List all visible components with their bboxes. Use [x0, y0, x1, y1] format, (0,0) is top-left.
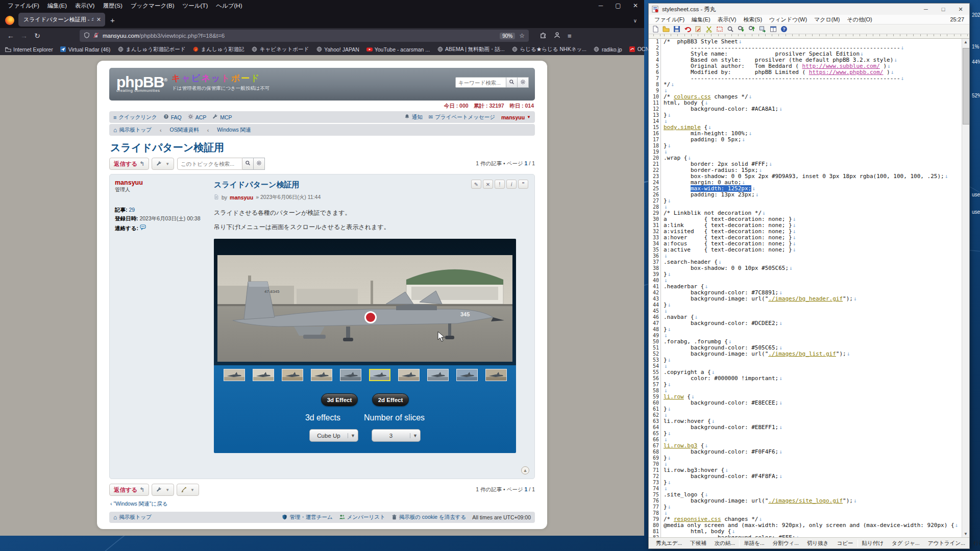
browser-menu-履歴(S)[interactable]: 履歴(S)	[99, 1, 126, 11]
contact-message-icon[interactable]	[140, 225, 146, 231]
extensions-icon[interactable]	[540, 31, 547, 40]
scroll-up-arrow[interactable]: ▲	[962, 40, 969, 44]
bookmark-item[interactable]: まんしゅう彩遊記	[193, 46, 244, 53]
editor-menu-表示(V)[interactable]: 表示(V)	[714, 16, 740, 23]
post-info-button[interactable]: i	[506, 180, 517, 189]
slideshow-thumbnail-2[interactable]	[253, 369, 274, 381]
editor-menu-ファイル(F)[interactable]: ファイル(F)	[651, 16, 688, 23]
author-name[interactable]: mansyuu	[115, 179, 209, 186]
browser-menu-表示(V)[interactable]: 表示(V)	[71, 1, 98, 11]
topic-search-input[interactable]	[177, 158, 242, 170]
bookmark-item[interactable]: Yahoo! JAPAN	[316, 46, 359, 53]
search-icon[interactable]	[726, 26, 734, 33]
reply-button[interactable]: 返信する↰	[109, 158, 149, 170]
footer-board-top-link[interactable]: ⌂掲示板トップ	[113, 514, 152, 521]
tracking-shield-icon[interactable]	[84, 32, 90, 39]
tab-close-icon[interactable]: ✕	[96, 16, 101, 23]
slideshow-thumbnail-6[interactable]	[369, 369, 390, 381]
status-segment[interactable]: タグ ジャ...	[888, 540, 924, 547]
private-messages-link[interactable]: ✉プライベートメッセージ	[429, 114, 495, 121]
cut-scissors-icon[interactable]	[705, 26, 713, 33]
slideshow-thumbnail-4[interactable]	[311, 369, 332, 381]
topic-search-advanced-button[interactable]	[254, 158, 265, 170]
aircraft-photo[interactable]: 345 47-8345	[217, 255, 512, 362]
byline-author[interactable]: mansyuu	[230, 194, 253, 201]
delete-cookies-link[interactable]: 掲示板の cookie を消去する	[391, 514, 467, 521]
back-to-top-button[interactable]: ▲	[521, 466, 529, 474]
delete-post-button[interactable]: ✕	[483, 180, 493, 189]
slices-select[interactable]: 3 ▼	[372, 429, 421, 442]
editor-menu-ウィンドウ(W)[interactable]: ウィンドウ(W)	[766, 16, 811, 23]
browser-menu-ブックマーク(B)[interactable]: ブックマーク(B)	[127, 1, 178, 11]
editor-menu-検索(S)[interactable]: 検索(S)	[740, 16, 766, 23]
member-list-link[interactable]: メンバーリスト	[339, 514, 385, 521]
search-down-icon[interactable]	[737, 26, 745, 33]
user-menu[interactable]: mansyuu▼	[501, 114, 531, 120]
breadcrumb-subforum[interactable]: Windows 関連	[217, 127, 251, 134]
topic-tools-button[interactable]: ▼	[152, 158, 174, 170]
reload-button[interactable]: ↻	[32, 32, 43, 40]
next-window-icon[interactable]	[758, 26, 767, 33]
bookmark-item[interactable]: ABEMA | 無料動画・話...	[437, 46, 505, 53]
slideshow-thumbnail-5[interactable]	[340, 369, 361, 381]
browser-minimize-button[interactable]: ─	[592, 2, 609, 9]
status-segment[interactable]: 切り抜き	[803, 540, 833, 547]
bookmark-star-icon[interactable]: ☆	[519, 32, 525, 39]
back-button[interactable]: ←	[5, 32, 16, 40]
reply-button-bottom[interactable]: 返信する↰	[109, 484, 149, 496]
topic-title[interactable]: スライドパターン検証用	[110, 141, 535, 155]
slideshow-thumbnail-10[interactable]	[485, 369, 507, 381]
split-window-icon[interactable]	[769, 26, 777, 33]
topic-tools-button-bottom[interactable]: ▼	[152, 484, 174, 496]
editor-menu-その他(O)[interactable]: その他(O)	[843, 16, 875, 23]
acp-link[interactable]: ACP	[188, 114, 207, 120]
browser-close-button[interactable]: ✕	[627, 2, 644, 9]
breadcrumb-board-top[interactable]: ⌂掲示板トップ	[113, 127, 152, 134]
search-up-icon[interactable]	[748, 26, 756, 33]
editor-close-button[interactable]: ✕	[952, 6, 969, 13]
status-segment[interactable]: 秀丸エデ...	[652, 540, 686, 547]
browser-menu-ヘルプ(H)[interactable]: ヘルプ(H)	[212, 1, 246, 11]
faq-link[interactable]: ?FAQ	[163, 114, 182, 120]
quote-post-button[interactable]: "	[518, 180, 528, 189]
tab-list-chevron-icon[interactable]: ∨	[633, 18, 637, 23]
help-icon[interactable]: ?	[780, 26, 788, 33]
status-segment[interactable]: 下候補	[686, 540, 710, 547]
return-to-forum-link[interactable]: ‹ "Windows 関連"に戻る	[110, 500, 535, 508]
breadcrumb-forum[interactable]: OS関連資料	[170, 127, 199, 134]
bookmark-item[interactable]: まんしゅう彩遊記ボード	[117, 46, 185, 53]
url-bar[interactable]: mansyuu.com/phpbb3/viewtopic.php?f=18&t=…	[80, 30, 529, 42]
slideshow-thumbnail-3[interactable]	[282, 369, 303, 381]
keyword-search-input[interactable]	[455, 77, 506, 88]
notifications-link[interactable]: 通知	[404, 114, 423, 121]
report-post-button[interactable]: !	[495, 180, 505, 189]
edit-post-button[interactable]: ✎	[471, 180, 481, 189]
browser-menu-ファイル(F)[interactable]: ファイル(F)	[4, 1, 43, 11]
forward-button[interactable]: →	[18, 32, 30, 40]
menu-icon[interactable]: ≡	[568, 32, 572, 40]
author-post-count[interactable]: 29	[129, 207, 135, 213]
bookmark-item[interactable]: Virtual Radar (46)	[60, 46, 111, 53]
bookmark-item[interactable]: radiko.jp	[594, 46, 622, 53]
editor-menu-マクロ(M)[interactable]: マクロ(M)	[811, 16, 843, 23]
code-area[interactable]: 1/* phpBB3 Style Sheet↓2 ---------------…	[649, 39, 962, 537]
mcp-link[interactable]: MCP	[212, 114, 232, 120]
editor-maximize-button[interactable]: □	[935, 6, 952, 13]
topic-search-button[interactable]	[242, 158, 254, 170]
jump-icon[interactable]	[694, 26, 702, 33]
status-segment[interactable]: 行番号...	[969, 540, 980, 547]
bookmark-item[interactable]: キャビネットボード	[252, 46, 309, 53]
status-segment[interactable]: 単語を...	[740, 540, 769, 547]
slideshow-thumbnail-9[interactable]	[456, 369, 478, 381]
scroll-down-arrow[interactable]: ▼	[962, 532, 969, 536]
status-segment[interactable]: 次の結...	[710, 540, 740, 547]
new-tab-button[interactable]: +	[110, 16, 115, 24]
slideshow-thumbnail-7[interactable]	[398, 369, 420, 381]
bookmark-item[interactable]: Internet Explorer	[5, 46, 53, 53]
browser-menu-ツール(T)[interactable]: ツール(T)	[179, 1, 211, 11]
browser-maximize-button[interactable]: ▢	[609, 2, 627, 9]
account-icon[interactable]	[554, 31, 560, 40]
phpbb-logo[interactable]: phpBB® creating communities	[116, 73, 167, 93]
3d-effect-button[interactable]: 3d Effect	[321, 393, 358, 406]
editor-scrollbar[interactable]: ▲ ▼	[962, 39, 969, 537]
